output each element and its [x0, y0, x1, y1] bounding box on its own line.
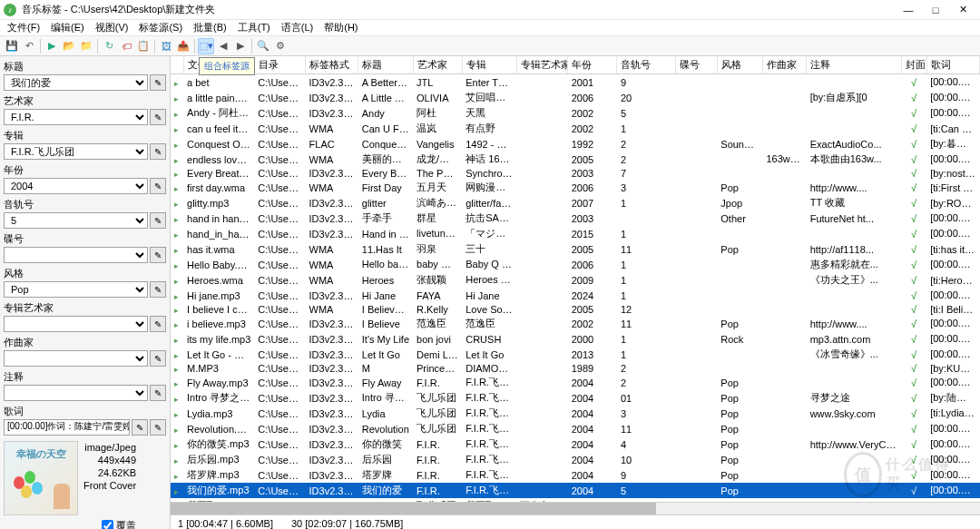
table-row[interactable]: ▸hand in hand.mp3C:\Users\42\...ID3v2.3,…	[171, 211, 980, 226]
menu-item[interactable]: 标签源(S)	[135, 21, 186, 34]
table-row[interactable]: ▸后乐园.mp3C:\Users\42\...ID3v2.3, ID3v1后乐园…	[171, 452, 980, 467]
table-cell: C:\Users\42\...	[254, 390, 305, 406]
albumartist-action[interactable]: ✎	[150, 316, 166, 332]
column-header[interactable]: 风格	[717, 56, 762, 74]
table-row[interactable]: ▸塔罗牌.mp3C:\Users\42\...ID3v2.3, ID3v1塔罗牌…	[171, 467, 980, 483]
column-header[interactable]: 作曲家	[762, 56, 806, 74]
album-action[interactable]: ✎	[150, 143, 166, 160]
table-row[interactable]: ▸Fly Away.mp3C:\Users\42\...ID3v2.3, ID3…	[171, 375, 980, 390]
column-header[interactable]: 专辑艺术家	[516, 56, 567, 74]
table-row[interactable]: ▸Every Breath You T...C:\Users\42\...ID3…	[171, 167, 980, 180]
menu-item[interactable]: 编辑(E)	[47, 21, 88, 34]
column-header[interactable]: 碟号	[675, 56, 717, 74]
table-row[interactable]: ▸a betC:\Users\42\...ID3v2.3, ID3v1A Bet…	[171, 74, 980, 91]
settings-toolbtn[interactable]: ⚙	[272, 38, 289, 54]
year-input[interactable]: 2004	[4, 178, 148, 194]
refresh-toolbtn[interactable]: ↻	[101, 38, 117, 54]
column-header[interactable]: 标签格式	[306, 56, 358, 74]
table-row[interactable]: ▸你的微笑.mp3C:\Users\42\...ID3v2.3, ID3v1你的…	[171, 436, 980, 452]
table-cell: Let It Go - Demi Lo...	[183, 347, 254, 362]
tag-toolbtn[interactable]: 🏷	[118, 38, 134, 54]
genre-action[interactable]: ✎	[150, 281, 166, 298]
minimize-button[interactable]: —	[895, 0, 922, 20]
table-row[interactable]: ▸M.MP3C:\Users\42\...ID3v2.3, ID3v1MPrin…	[171, 362, 980, 375]
menu-item[interactable]: 批量(B)	[190, 21, 230, 34]
search-toolbtn[interactable]: 🔍	[255, 38, 271, 54]
table-row[interactable]: ▸Hi jane.mp3C:\Users\42\...ID3v2.3, ID3v…	[171, 288, 980, 303]
cover-image[interactable]: 幸福の天空	[4, 441, 78, 515]
table-row[interactable]: ▸a little pain.mp3C:\Users\42\...ID3v2.3…	[171, 90, 980, 105]
table-row[interactable]: ▸Andy - 阿杜.mp3C:\Users\42\...ID3v2.3, ID…	[171, 105, 980, 121]
table-row[interactable]: ▸hand_in_hand.mp3C:\Users\42\...ID3v2.3,…	[171, 226, 980, 241]
year-action[interactable]: ✎	[150, 178, 166, 194]
table-row[interactable]: ▸Lydia.mp3C:\Users\42\...ID3v2.3, ID3v1L…	[171, 406, 980, 421]
table-row[interactable]: ▸I believe I can fly.w...C:\Users\42\...…	[171, 303, 980, 316]
prev-toolbtn[interactable]: ◀	[215, 38, 231, 54]
table-row[interactable]: ▸Intro 寻梦之途.mp3C:\Users\42\...ID3v2.3, I…	[171, 390, 980, 406]
column-header[interactable]: 封面	[901, 56, 926, 74]
track-input[interactable]: 5	[4, 212, 148, 229]
lyrics-edit[interactable]: ✎	[132, 419, 148, 436]
disc-input[interactable]	[4, 247, 148, 263]
table-row[interactable]: ▸Let It Go - Demi Lo...C:\Users\42\...ID…	[171, 347, 980, 362]
save-toolbtn[interactable]: 💾	[4, 38, 20, 54]
column-header[interactable]: 艺术家	[413, 56, 462, 74]
table-row[interactable]: ▸Conquest Of Paradis...C:\Users\42\...FL…	[171, 136, 980, 152]
copy-toolbtn[interactable]: 📋	[135, 38, 152, 54]
lyrics-action[interactable]: ✎	[150, 419, 166, 436]
column-header[interactable]: 歌词	[926, 56, 979, 74]
composer-action[interactable]: ✎	[150, 350, 166, 367]
folder-toolbtn[interactable]: 📁	[78, 38, 94, 54]
menu-item[interactable]: 工具(T)	[234, 21, 274, 34]
track-action[interactable]: ✎	[150, 212, 166, 229]
column-header[interactable]: 音轨号	[617, 56, 675, 74]
title-action[interactable]: ✎	[150, 74, 166, 91]
table-row[interactable]: ▸its my life.mp3C:\Users\42\...ID3v2.3, …	[171, 331, 980, 347]
export-toolbtn[interactable]: 📤	[175, 38, 191, 54]
combined-source-toolbtn[interactable]: ⬚▾ 组合标签源	[198, 38, 214, 54]
table-row[interactable]: ▸first day.wmaC:\Users\42\...WMAFirst Da…	[171, 180, 980, 195]
table-cell: √	[901, 288, 926, 303]
table-row[interactable]: ▸glitty.mp3C:\Users\42\...ID3v2.3, ID3v1…	[171, 195, 980, 211]
menu-item[interactable]: 帮助(H)	[320, 21, 361, 34]
horizontal-scrollbar[interactable]	[171, 502, 980, 514]
album-input[interactable]: F.I.R.飞儿乐团	[4, 143, 148, 160]
lyrics-input[interactable]: [00:00.00]作词：陈建宁/雷雯婷/黄汉青	[4, 419, 130, 436]
table-row[interactable]: ▸has it.wmaC:\Users\42\...WMA11.Has It羽泉…	[171, 241, 980, 257]
menu-item[interactable]: 文件(F)	[4, 21, 44, 34]
column-header[interactable]: 注释	[807, 56, 901, 74]
table-cell: 我们的爱.mp3	[183, 483, 254, 498]
menu-item[interactable]: 视图(V)	[92, 21, 132, 34]
table-row[interactable]: ▸我们的爱.mp3C:\Users\42\...ID3v2.3, ID3v1我们…	[171, 483, 980, 498]
comment-action[interactable]: ✎	[150, 385, 166, 401]
table-row[interactable]: ▸Hello Baby.wmaC:\Users\42\...WMAHello b…	[171, 257, 980, 272]
undo-toolbtn[interactable]: ↶	[21, 38, 37, 54]
maximize-button[interactable]: □	[922, 0, 949, 20]
table-row[interactable]: ▸Heroes.wmaC:\Users\42\...WMAHeroes张靓颖He…	[171, 272, 980, 288]
file-grid[interactable]: 文件名目录标签格式标题艺术家专辑专辑艺术家年份音轨号碟号风格作曲家注释封面歌词 …	[171, 56, 980, 502]
menu-item[interactable]: 语言(L)	[278, 21, 317, 34]
table-row[interactable]: ▸endless love.wmaC:\Users\42\...WMA美丽的神话…	[171, 152, 980, 167]
albumartist-input[interactable]	[4, 316, 148, 332]
column-header[interactable]: 标题	[358, 56, 413, 74]
table-row[interactable]: ▸i believe.mp3C:\Users\42\...ID3v2.3, ID…	[171, 316, 980, 331]
image-toolbtn[interactable]: 🖼	[158, 38, 174, 54]
table-row[interactable]: ▸can u feel it.wmaC:\Users\42\...WMACan …	[171, 121, 980, 136]
comment-input[interactable]	[4, 385, 148, 401]
disc-action[interactable]: ✎	[150, 247, 166, 263]
column-header[interactable]: 年份	[568, 56, 617, 74]
genre-input[interactable]: Pop	[4, 281, 148, 298]
column-header[interactable]: 目录	[254, 56, 305, 74]
cover-overwrite-checkbox[interactable]	[102, 520, 113, 530]
title-input[interactable]: 我们的爱	[4, 74, 148, 91]
column-header[interactable]: 专辑	[462, 56, 516, 74]
table-row[interactable]: ▸Revolution.mp3C:\Users\42\...ID3v2.3, I…	[171, 421, 980, 436]
column-header[interactable]	[171, 56, 183, 74]
play-toolbtn[interactable]: ▶	[44, 38, 60, 54]
artist-action[interactable]: ✎	[150, 109, 166, 125]
composer-input[interactable]	[4, 350, 148, 367]
open-toolbtn[interactable]: 📂	[61, 38, 77, 54]
close-button[interactable]: ✕	[949, 0, 976, 20]
artist-input[interactable]: F.I.R.	[4, 109, 148, 125]
next-toolbtn[interactable]: ▶	[232, 38, 249, 54]
